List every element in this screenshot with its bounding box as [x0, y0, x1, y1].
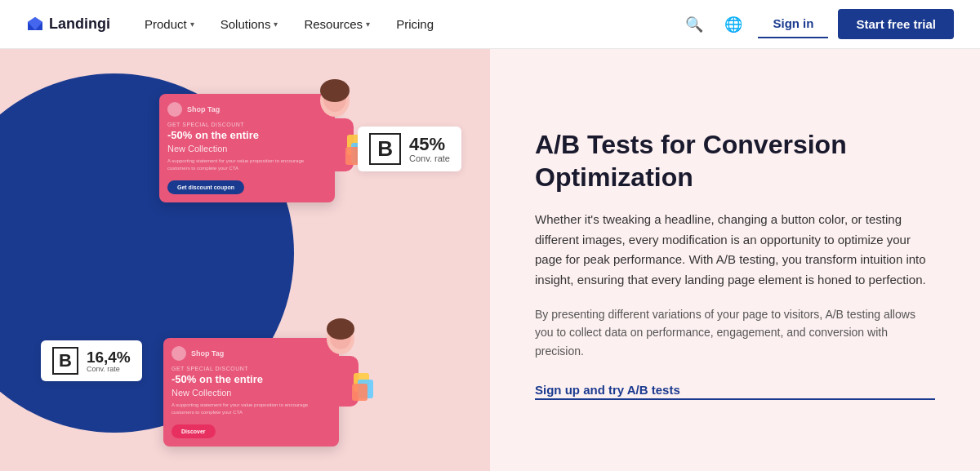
hero-title: A/B Tests for Conversion Optimization [535, 128, 935, 193]
chevron-down-icon: ▾ [190, 20, 194, 29]
globe-icon: 🌐 [724, 16, 742, 33]
card-a-cta-button[interactable]: Get discount coupon [167, 180, 244, 194]
card-b-person-image [306, 318, 376, 420]
globe-button[interactable]: 🌐 [719, 10, 748, 39]
badge-bottom-label: Conv. rate [87, 365, 131, 373]
nav-links: Product ▾ Solutions ▾ Resources ▾ Pricin… [133, 11, 445, 38]
nav-item-product[interactable]: Product ▾ [133, 11, 206, 38]
badge-top-label: Conv. rate [409, 153, 450, 163]
nav-item-pricing[interactable]: Pricing [385, 11, 445, 38]
card-b-cta-button[interactable]: Discover [172, 424, 216, 438]
nav-item-resources[interactable]: Resources ▾ [292, 11, 381, 38]
conversion-badge-top: B 45% Conv. rate [358, 127, 461, 171]
trial-button[interactable]: Start free trial [838, 9, 954, 39]
left-panel: Shop Tag GET SPECIAL DISCOUNT -50% on th… [0, 49, 490, 471]
search-icon: 🔍 [685, 16, 703, 33]
hero-body-2: By presenting different variations of yo… [535, 305, 935, 360]
card-a-logo-circle [167, 102, 182, 117]
chevron-down-icon: ▾ [366, 20, 370, 29]
card-b-logo-circle [172, 346, 186, 361]
signin-button[interactable]: Sign in [758, 10, 828, 38]
variant-b-letter-sm: B [52, 347, 78, 375]
hero-body-1: Whether it's tweaking a headline, changi… [535, 210, 935, 291]
navbar: Landingi Product ▾ Solutions ▾ Resources… [0, 0, 980, 49]
right-panel: A/B Tests for Conversion Optimization Wh… [490, 49, 980, 471]
card-variant-a-top: Shop Tag GET SPECIAL DISCOUNT -50% on th… [159, 94, 335, 202]
svg-point-5 [320, 79, 350, 102]
svg-rect-15 [352, 384, 368, 401]
chevron-down-icon: ▾ [274, 20, 278, 29]
nav-item-solutions[interactable]: Solutions ▾ [209, 11, 290, 38]
logo-icon [26, 16, 44, 33]
person-silhouette-b [306, 318, 376, 420]
hero-cta-link[interactable]: Sign up and try A/B tests [535, 383, 935, 400]
variant-b-letter: B [369, 133, 401, 165]
badge-bottom-stats: 16,4% Conv. rate [87, 349, 131, 373]
search-button[interactable]: 🔍 [679, 10, 709, 39]
conversion-badge-bottom: B 16,4% Conv. rate [41, 340, 142, 381]
logo-text: Landingi [49, 16, 110, 33]
badge-top-stats: 45% Conv. rate [409, 136, 450, 163]
nav-right: 🔍 🌐 Sign in Start free trial [679, 9, 954, 39]
svg-point-12 [327, 318, 354, 340]
badge-top-percent: 45% [409, 136, 450, 153]
logo[interactable]: Landingi [26, 16, 110, 33]
card-variant-b-bottom: Shop Tag GET SPECIAL DISCOUNT -50% on th… [163, 338, 339, 447]
nav-left: Landingi Product ▾ Solutions ▾ Resources… [26, 11, 445, 38]
badge-bottom-percent: 16,4% [87, 349, 131, 365]
main-content: Shop Tag GET SPECIAL DISCOUNT -50% on th… [0, 49, 980, 471]
